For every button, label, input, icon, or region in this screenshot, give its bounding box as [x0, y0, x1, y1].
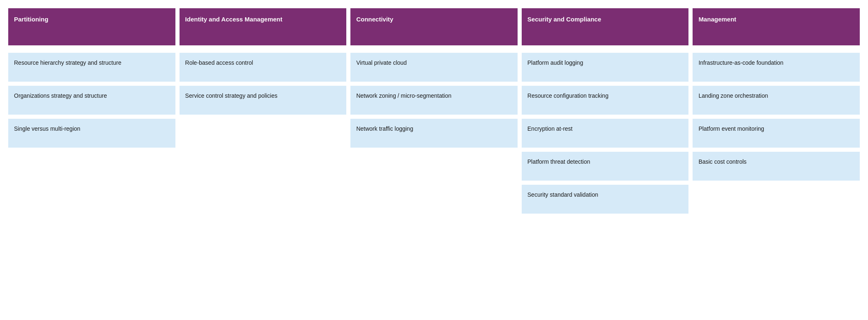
- main-table: PartitioningResource hierarchy strategy …: [8, 8, 860, 214]
- column-header-partitioning: Partitioning: [8, 8, 175, 45]
- column-header-security: Security and Compliance: [522, 8, 689, 45]
- cell-item-management-3: Basic cost controls: [693, 152, 860, 181]
- column-partitioning: PartitioningResource hierarchy strategy …: [8, 8, 175, 214]
- cell-item-security-3: Platform threat detection: [522, 152, 689, 181]
- column-security: Security and CompliancePlatform audit lo…: [522, 8, 689, 214]
- column-connectivity: ConnectivityVirtual private cloudNetwork…: [350, 8, 518, 214]
- column-iam: Identity and Access ManagementRole-based…: [180, 8, 347, 214]
- cell-item-partitioning-1: Organizations strategy and structure: [8, 86, 175, 115]
- cell-item-security-2: Encryption at-rest: [522, 119, 689, 148]
- cell-item-partitioning-2: Single versus multi-region: [8, 119, 175, 148]
- cell-item-security-4: Security standard validation: [522, 185, 689, 214]
- cell-item-iam-0: Role-based access control: [180, 53, 347, 82]
- cell-item-partitioning-0: Resource hierarchy strategy and structur…: [8, 53, 175, 82]
- column-header-connectivity: Connectivity: [350, 8, 518, 45]
- items-area-security: Platform audit loggingResource configura…: [522, 45, 689, 214]
- cell-item-management-2: Platform event monitoring: [693, 119, 860, 148]
- items-area-iam: Role-based access controlService control…: [180, 45, 347, 115]
- column-management: ManagementInfrastructure-as-code foundat…: [693, 8, 860, 214]
- cell-item-security-0: Platform audit logging: [522, 53, 689, 82]
- cell-item-iam-1: Service control strategy and policies: [180, 86, 347, 115]
- cell-item-security-1: Resource configuration tracking: [522, 86, 689, 115]
- items-area-management: Infrastructure-as-code foundationLanding…: [693, 45, 860, 181]
- items-area-partitioning: Resource hierarchy strategy and structur…: [8, 45, 175, 148]
- column-header-management: Management: [693, 8, 860, 45]
- items-area-connectivity: Virtual private cloudNetwork zoning / mi…: [350, 45, 518, 148]
- cell-item-management-0: Infrastructure-as-code foundation: [693, 53, 860, 82]
- cell-item-connectivity-1: Network zoning / micro-segmentation: [350, 86, 518, 115]
- cell-item-management-1: Landing zone orchestration: [693, 86, 860, 115]
- column-header-iam: Identity and Access Management: [180, 8, 347, 45]
- cell-item-connectivity-0: Virtual private cloud: [350, 53, 518, 82]
- cell-item-connectivity-2: Network traffic logging: [350, 119, 518, 148]
